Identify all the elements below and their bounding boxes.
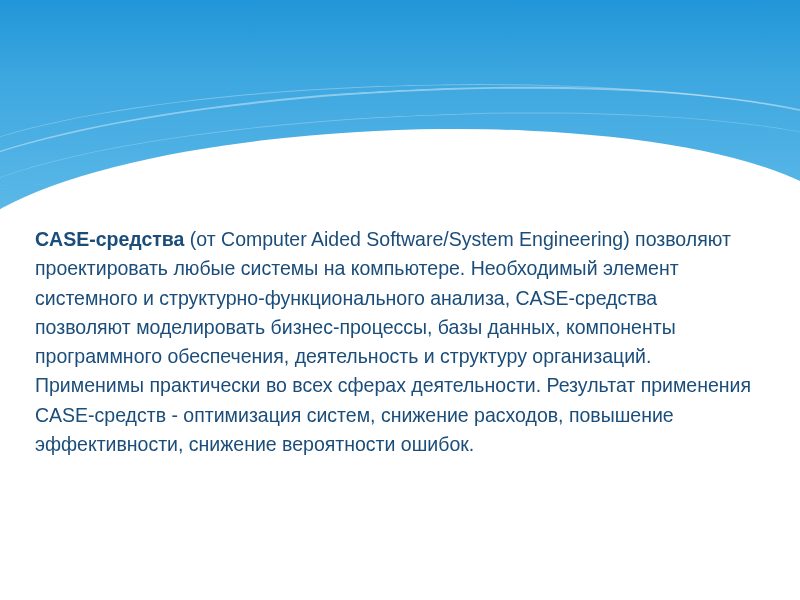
header-wave-decoration [0, 0, 800, 210]
body-text: (от Computer Aided Software/System Engin… [35, 228, 751, 455]
slide-content: CASE-средства (от Computer Aided Softwar… [35, 225, 755, 459]
term-bold: CASE-средства [35, 228, 184, 250]
